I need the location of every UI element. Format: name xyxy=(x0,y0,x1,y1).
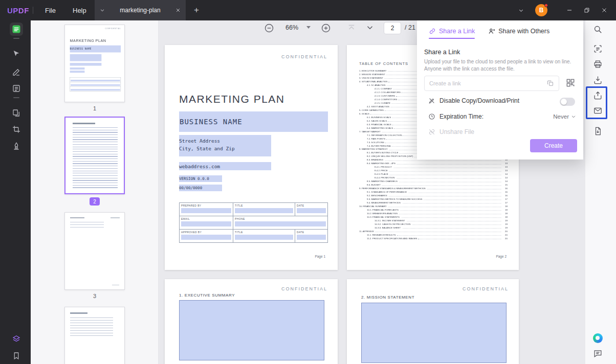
close-button[interactable] xyxy=(598,4,611,16)
zoom-dropdown-caret-icon[interactable] xyxy=(306,26,311,29)
minimize-button[interactable] xyxy=(563,4,576,16)
toc-dot-leader xyxy=(408,193,501,193)
toc-dot-leader xyxy=(402,229,501,229)
address-field[interactable]: Street Address City, State and Zip xyxy=(179,135,271,156)
toc-entry-title: 10.3.1. INCOME STATEMENT xyxy=(375,219,406,222)
titlebar-chevron-down-icon[interactable] xyxy=(516,5,526,15)
disable-copy-row: Disable Copy/Download/Print xyxy=(428,97,519,104)
layers-icon[interactable] xyxy=(10,332,23,346)
disable-copy-toggle[interactable] xyxy=(560,98,575,106)
tab-share-a-link[interactable]: Share a Link xyxy=(429,28,475,39)
website-field[interactable]: webaddress.com xyxy=(179,162,271,170)
form-input-bar[interactable] xyxy=(235,221,326,226)
export-file-icon[interactable] xyxy=(591,124,604,138)
toc-dot-leader xyxy=(389,175,501,175)
share-panel: Share a Link Share with Others Share a L… xyxy=(417,20,583,160)
chevron-down-icon[interactable] xyxy=(100,8,105,13)
tab-share-a-link-label: Share a Link xyxy=(439,28,475,35)
thumbnail-page-2[interactable] xyxy=(64,117,125,194)
form-cell[interactable]: TITLE xyxy=(233,202,295,216)
help-menu[interactable]: Help xyxy=(73,7,86,14)
sign-stamp-icon[interactable] xyxy=(10,140,23,153)
tab-share-with-others[interactable]: Share with Others xyxy=(488,28,549,39)
form-cell[interactable]: DATE xyxy=(295,202,328,216)
placeholder-line xyxy=(70,217,84,218)
toc-entry-page: 20 xyxy=(502,230,508,233)
toc-entry-page: 14 xyxy=(502,180,508,183)
form-cell[interactable]: PHONE xyxy=(233,216,328,230)
search-icon[interactable] xyxy=(591,22,604,36)
edit-pdf-icon[interactable] xyxy=(10,65,23,79)
copy-link-icon[interactable] xyxy=(546,79,554,87)
toc-entry-title: 2. MISSION STATEMENT xyxy=(359,73,386,76)
form-input-bar[interactable] xyxy=(181,235,231,240)
toc-entry: 8.4.2. PRICE 13 xyxy=(359,168,508,172)
form-cell[interactable]: APPROVED BY xyxy=(179,229,233,243)
toc-entry: 10.3. FINANCIAL STATEMENTS 18 xyxy=(359,215,508,218)
form-input-bar[interactable] xyxy=(297,235,326,240)
toc-dot-leader xyxy=(396,178,501,179)
thumbnail-page-4[interactable] xyxy=(64,307,125,364)
next-page-button[interactable] xyxy=(365,23,375,32)
zoom-in-button[interactable] xyxy=(321,23,331,33)
toc-entry-title: 11. APPENDIX xyxy=(359,230,375,233)
expiration-select[interactable]: Never xyxy=(553,113,576,120)
create-link-input[interactable] xyxy=(424,76,559,91)
tab-close-icon[interactable] xyxy=(175,8,181,13)
form-input-bar[interactable] xyxy=(181,208,231,213)
toc-entry-title: 4.2. SWOT ANALYSIS xyxy=(367,105,390,108)
form-cell[interactable]: TITLE xyxy=(233,229,295,243)
form-cell[interactable]: EMAIL xyxy=(179,216,233,230)
reader-mode-icon[interactable] xyxy=(10,22,23,36)
comment-icon[interactable] xyxy=(591,347,604,360)
form-input-bar[interactable] xyxy=(181,221,231,226)
toc-entry-title: 6.1. BUSINESS GOALS xyxy=(367,116,392,119)
form-input-bar[interactable] xyxy=(235,208,293,213)
toc-entry-title: 7. TARGET MARKET xyxy=(359,130,382,133)
document-tab[interactable]: marketing-plan xyxy=(95,0,186,20)
business-name-field[interactable]: BUSINESS NAME xyxy=(179,111,328,132)
bookmark-icon[interactable] xyxy=(10,349,23,362)
toc-entry-title: 10.2. BREAKEVEN ANALYSIS xyxy=(367,212,399,215)
toggle-knob xyxy=(561,99,567,105)
create-button[interactable]: Create xyxy=(530,139,577,152)
toc-entry-title: 8.6. BUDGET xyxy=(367,184,382,187)
updf-ai-icon[interactable] xyxy=(591,331,604,345)
toc-entry: 11.2. PRODUCT SPECIFICATIONS AND IMAGES … xyxy=(359,236,508,240)
toc-dot-leader xyxy=(423,200,501,200)
toc-entry: 10.3.1. INCOME STATEMENT 19 xyxy=(359,218,508,222)
print-icon[interactable] xyxy=(591,57,604,71)
current-page-input[interactable]: 2 xyxy=(384,22,401,34)
date-field[interactable]: 00/00/0000 xyxy=(179,185,222,191)
text-area-field[interactable] xyxy=(179,300,324,360)
forms-icon[interactable] xyxy=(10,82,23,95)
qr-code-icon[interactable] xyxy=(565,78,576,88)
version-field[interactable]: VERSION 0.0.0 xyxy=(179,175,222,182)
restore-button[interactable] xyxy=(580,4,593,16)
previous-page-button[interactable] xyxy=(347,23,356,32)
thumbnail-page-3[interactable] xyxy=(64,212,125,290)
zoom-level[interactable]: 66% xyxy=(285,24,298,31)
new-tab-button[interactable]: + xyxy=(190,4,203,16)
toc-entry-title: 4.1. 5C ANALYSIS xyxy=(367,84,386,86)
zoom-out-button[interactable] xyxy=(264,23,274,33)
text-area-field[interactable] xyxy=(361,303,507,363)
share-link-description: Upload your file to the cloud to send pe… xyxy=(424,58,579,72)
form-label: PHONE xyxy=(235,217,326,220)
file-menu[interactable]: File xyxy=(45,7,56,14)
save-icon[interactable] xyxy=(591,73,604,86)
unshare-file-button[interactable]: Unshare File xyxy=(428,128,474,135)
crop-icon[interactable] xyxy=(10,123,23,136)
toc-entry: 9.4. MEASUREMENT METHODS 17 xyxy=(359,200,508,204)
form-input-bar[interactable] xyxy=(235,235,293,240)
toc-entry: 11.1. RESEARCH RESULTS 20 xyxy=(359,233,508,236)
thumbnail-page-1[interactable]: CONFIDENTIAL MARKETING PLAN BUSINESS NAM… xyxy=(64,25,125,102)
form-input-bar[interactable] xyxy=(297,208,326,213)
annotate-icon[interactable] xyxy=(10,47,23,60)
form-cell[interactable]: PREPARED BY xyxy=(179,202,233,216)
organize-pages-icon[interactable] xyxy=(10,106,23,120)
form-cell[interactable]: DATE xyxy=(295,229,328,243)
account-avatar[interactable]: B xyxy=(535,4,547,16)
toc-entry-title: 1. EXECUTIVE SUMMARY xyxy=(359,70,388,72)
ocr-icon[interactable] xyxy=(591,42,604,55)
